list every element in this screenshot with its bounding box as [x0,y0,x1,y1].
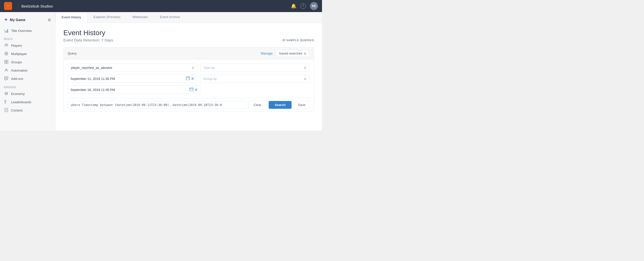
nav-actions: 🔔 ? KE [291,2,318,10]
svg-rect-13 [5,77,6,78]
sidebar-item-leaderboards[interactable]: Leaderboards [0,98,55,106]
end-date-clear-icon[interactable]: ✕ [194,87,198,92]
query-row-2: ✕ Group by ∨ [68,74,310,83]
economy-icon [4,91,9,96]
svg-rect-25 [186,77,190,80]
svg-rect-9 [5,62,6,64]
sample-queries-icon: ⊙ [282,38,285,42]
sidebar-label-multiplayer: Multiplayer [11,52,27,56]
bell-icon[interactable]: 🔔 [291,3,296,9]
query-string-bar: Clear Search Save [64,98,314,112]
leaderboards-icon [4,100,9,105]
svg-rect-8 [7,60,8,62]
start-date-input[interactable] [70,77,184,81]
sum-by-selector[interactable]: Sum by ∨ [200,64,310,72]
svg-rect-10 [7,62,8,64]
sidebar-item-title-overview[interactable]: 📊 Title Overview [0,27,55,35]
manage-link[interactable]: Manage [261,51,273,55]
user-avatar[interactable]: KE [310,2,318,10]
svg-point-2 [5,44,7,45]
sidebar-label-groups: Groups [11,60,22,64]
sum-by-chevron-icon: ∨ [304,66,306,70]
end-date-input-wrap: ✕ [68,85,200,94]
tab-event-history[interactable]: Event History [55,12,87,23]
retention-subtitle: Event Data Retention: 7 Days [63,38,113,42]
clear-button[interactable]: Clear [248,101,267,109]
groups-icon [4,60,9,65]
sidebar-label-leaderboards: Leaderboards [11,100,31,104]
sidebar: ✦ My Game ⚙ 📊 Title Overview BUILD Playe… [0,12,55,131]
top-nav: Beelzebub Studios 🔔 ? KE [0,0,322,12]
sidebar-label-economy: Economy [11,92,25,96]
multiplayer-icon [4,51,9,56]
query-box: Query Manage Saved searches ∨ player_rep… [63,47,314,112]
query-section-label: Query [68,51,76,55]
sidebar-item-groups[interactable]: Groups [0,58,55,66]
end-date-calendar-icon[interactable] [189,87,193,92]
search-button[interactable]: Search [269,101,292,109]
build-section-label: BUILD [0,35,55,41]
tab-event-archive[interactable]: Event Archive [154,12,186,23]
svg-rect-7 [5,60,6,62]
game-name: My Game [10,18,25,22]
group-by-label: Group by [203,77,217,81]
sidebar-item-content[interactable]: Content [0,106,55,115]
sidebar-item-addons[interactable]: Add-ons [0,75,55,83]
automation-icon [4,68,9,73]
tab-bar: Event History Explorer (Preview) Webhook… [55,12,322,23]
start-date-input-wrap: ✕ [68,74,197,83]
bar-chart-icon: 📊 [4,28,9,33]
query-body: player_reported_as_abusive ∨ Sum by ∨ [64,60,314,98]
svg-point-12 [6,69,7,70]
sidebar-item-economy[interactable]: Economy [0,90,55,98]
event-type-selector[interactable]: player_reported_as_abusive ∨ [68,64,197,72]
sidebar-label-addons: Add-ons [11,77,23,81]
addons-icon [4,76,9,81]
players-icon [4,43,9,48]
company-name: Beelzebub Studios [21,4,53,8]
query-row-1: player_reported_as_abusive ∨ Sum by ∨ [68,64,310,72]
sample-queries-link[interactable]: ⊙ SAMPLE QUERIES [282,38,314,42]
page-body: Event History Event Data Retention: 7 Da… [55,23,322,131]
saved-searches-button[interactable]: Saved searches ∨ [276,50,310,57]
settings-icon[interactable]: ⚙ [48,18,51,22]
start-date-clear-icon[interactable]: ✕ [191,76,194,81]
tab-webhooks[interactable]: Webhooks [126,12,154,23]
query-header: Query Manage Saved searches ∨ [64,47,314,60]
sidebar-item-multiplayer[interactable]: Multiplayer [0,50,55,58]
save-button[interactable]: Save [294,101,310,109]
sidebar-label-players: Players [11,44,22,47]
game-name-group: ✦ My Game [4,17,25,23]
engage-section-label: ENGAGE [0,83,55,90]
sum-by-label: Sum by [204,66,215,70]
svg-rect-15 [5,79,6,80]
svg-rect-29 [190,88,193,91]
sidebar-label-automation: Automation [11,69,28,72]
sidebar-item-players[interactable]: Players [0,41,55,50]
main-content: Event History Explorer (Preview) Webhook… [55,12,322,131]
group-by-selector[interactable]: Group by ∨ [200,75,310,83]
svg-rect-14 [7,77,8,78]
saved-searches-chevron-icon: ∨ [304,51,306,55]
saved-searches-label: Saved searches [279,51,302,55]
app-logo [4,2,12,10]
event-type-value: player_reported_as_abusive [71,66,112,70]
start-date-calendar-icon[interactable] [186,76,190,81]
sidebar-item-automation[interactable]: Automation [0,66,55,75]
query-string-input[interactable] [68,101,246,109]
main-layout: ✦ My Game ⚙ 📊 Title Overview BUILD Playe… [0,12,322,131]
page-title: Event History [63,29,314,37]
nav-divider [18,3,18,9]
event-type-chevron-icon: ∨ [192,66,194,70]
help-icon[interactable]: ? [300,3,306,9]
tab-explorer-preview[interactable]: Explorer (Preview) [87,12,126,23]
svg-point-18 [5,92,8,93]
sidebar-label-title-overview: Title Overview [11,29,32,33]
svg-point-3 [7,44,8,45]
sample-queries-label: SAMPLE QUERIES [286,39,314,42]
game-icon: ✦ [4,17,8,23]
query-row-3: ✕ [68,85,310,94]
group-by-chevron-icon: ∨ [304,77,306,81]
end-date-input[interactable] [70,88,187,92]
sidebar-label-content: Content [11,109,23,112]
